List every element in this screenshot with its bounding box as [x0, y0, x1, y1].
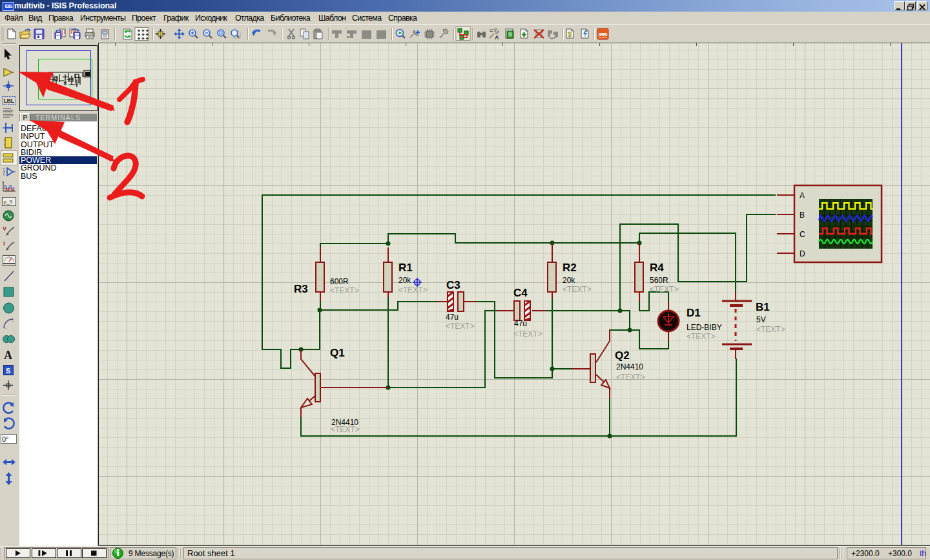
svg-text:$: $ — [568, 30, 572, 38]
svg-text:<TEXT>: <TEXT> — [330, 286, 359, 295]
svg-text:<TEXT>: <TEXT> — [513, 329, 542, 338]
svg-text:5V: 5V — [756, 315, 766, 324]
svg-text:<TEXT>: <TEXT> — [616, 373, 645, 382]
svg-text:<TEXT>: <TEXT> — [398, 285, 428, 295]
svg-text:Q2: Q2 — [615, 349, 630, 362]
svg-text:S: S — [6, 367, 10, 375]
svg-text:<TEXT>: <TEXT> — [687, 332, 716, 341]
svg-text:47u: 47u — [446, 313, 459, 322]
svg-text:C4: C4 — [513, 287, 528, 299]
svg-text:p_9: p_9 — [4, 199, 13, 205]
svg-text:0°: 0° — [2, 435, 9, 443]
svg-text:600R: 600R — [330, 277, 349, 286]
svg-text:B1: B1 — [756, 301, 770, 313]
svg-text:LED-BIBY: LED-BIBY — [687, 323, 722, 332]
svg-text:20k: 20k — [398, 276, 411, 285]
svg-text:C: C — [800, 230, 805, 239]
svg-text:<TEXT>: <TEXT> — [563, 285, 592, 294]
svg-text:A: A — [800, 191, 805, 200]
svg-text:47u: 47u — [514, 319, 527, 328]
svg-text:V: V — [3, 225, 6, 232]
svg-text:<TEXT>: <TEXT> — [446, 322, 475, 331]
svg-text:20k: 20k — [563, 276, 575, 285]
svg-text:R3: R3 — [294, 283, 308, 295]
svg-text:<TEXT>: <TEXT> — [756, 325, 785, 334]
svg-text:R2: R2 — [563, 262, 577, 274]
svg-text:I: I — [3, 240, 5, 247]
svg-text:D1: D1 — [687, 307, 701, 319]
svg-text:A: A — [495, 34, 499, 41]
svg-text:2N4410: 2N4410 — [616, 362, 643, 371]
svg-text:ARES: ARES — [598, 32, 608, 37]
svg-text:<TEXT>: <TEXT> — [331, 425, 360, 434]
svg-text:A: A — [4, 349, 12, 362]
svg-text:B: B — [800, 211, 805, 220]
svg-text:<TEXT>: <TEXT> — [650, 285, 679, 294]
svg-text:560R: 560R — [650, 276, 668, 285]
svg-text:C3: C3 — [446, 279, 460, 291]
svg-text:D: D — [800, 249, 805, 258]
svg-text:Q1: Q1 — [330, 347, 345, 359]
svg-text:R1: R1 — [398, 262, 413, 274]
svg-text:R4: R4 — [650, 262, 664, 274]
svg-text:LBL: LBL — [4, 98, 15, 104]
